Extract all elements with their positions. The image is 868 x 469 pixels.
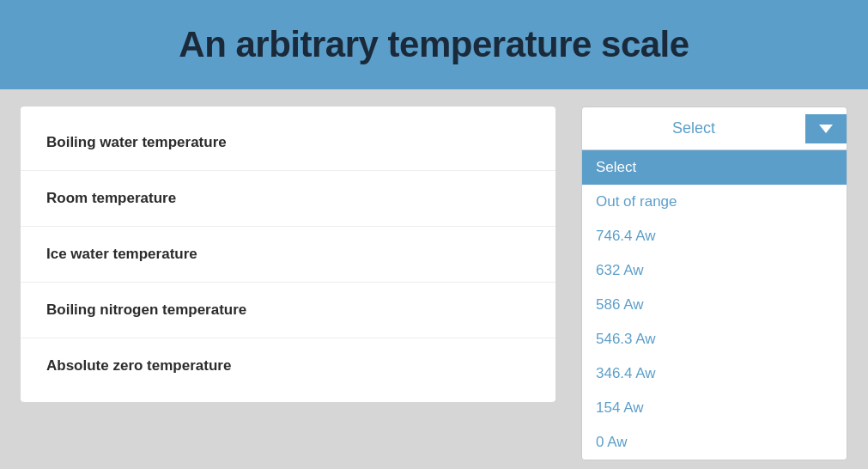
header: An arbitrary temperature scale <box>0 0 868 89</box>
dropdown-selected-text: Select <box>582 107 805 149</box>
left-panel: Boiling water temperature Room temperatu… <box>21 107 555 402</box>
dropdown-option-346[interactable]: 346.4 Aw <box>582 356 847 391</box>
dropdown-option-586[interactable]: 586 Aw <box>582 288 847 322</box>
temp-label-room: Room temperature <box>46 190 176 206</box>
dropdown-arrow-icon <box>819 125 833 133</box>
temp-row-absolute-zero: Absolute zero temperature <box>21 338 555 393</box>
dropdown-option-154[interactable]: 154 Aw <box>582 391 847 425</box>
temp-label-nitrogen: Boiling nitrogen temperature <box>46 302 246 318</box>
temp-label-boiling-water: Boiling water temperature <box>46 134 227 150</box>
temp-label-absolute-zero: Absolute zero temperature <box>46 357 231 374</box>
dropdown-option-select[interactable]: Select <box>582 150 847 185</box>
dropdown-list: Select Out of range 746.4 Aw 632 Aw 586 … <box>582 150 847 460</box>
temp-label-ice: Ice water temperature <box>46 246 197 262</box>
dropdown-option-746[interactable]: 746.4 Aw <box>582 219 847 253</box>
dropdown-option-0[interactable]: 0 Aw <box>582 425 847 460</box>
main-content: Boiling water temperature Room temperatu… <box>0 89 868 469</box>
temp-row-ice: Ice water temperature <box>21 227 555 283</box>
dropdown-container: Select Select Out of range 746.4 Aw 632 … <box>581 107 847 460</box>
dropdown-option-out-of-range[interactable]: Out of range <box>582 185 847 219</box>
dropdown-option-546[interactable]: 546.3 Aw <box>582 322 847 356</box>
right-panel: Select Select Out of range 746.4 Aw 632 … <box>581 107 847 460</box>
dropdown-toggle-button[interactable] <box>805 114 847 143</box>
dropdown-header: Select <box>582 107 847 150</box>
page-title: An arbitrary temperature scale <box>34 24 834 65</box>
temp-row-boiling-water: Boiling water temperature <box>21 115 555 171</box>
dropdown-option-632[interactable]: 632 Aw <box>582 253 847 288</box>
temp-row-room: Room temperature <box>21 171 555 227</box>
temp-row-nitrogen: Boiling nitrogen temperature <box>21 283 555 338</box>
